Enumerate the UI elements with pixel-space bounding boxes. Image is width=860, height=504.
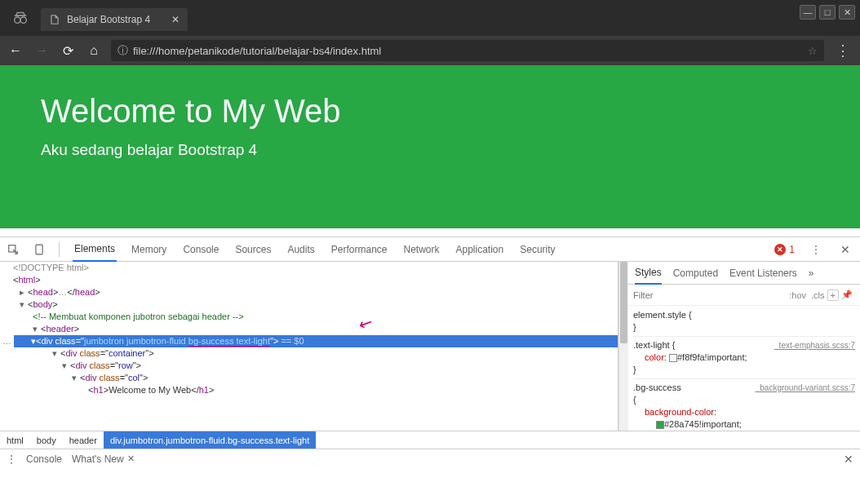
- browser-tab[interactable]: Belajar Bootstrap 4 ✕: [41, 8, 188, 31]
- maximize-button[interactable]: □: [819, 5, 836, 20]
- dom-comment[interactable]: <!-- Membuat komponen jubotron sebagai h…: [0, 311, 618, 323]
- page-heading: Welcome to My Web: [41, 93, 819, 130]
- dom-h1[interactable]: <h1>Welcome to My Web</h1>: [0, 384, 618, 396]
- error-badge-icon: ✕: [774, 244, 786, 255]
- styles-tab-more[interactable]: »: [809, 262, 814, 285]
- tab-memory[interactable]: Memory: [130, 237, 168, 262]
- tab-performance[interactable]: Performance: [330, 237, 389, 262]
- hov-toggle[interactable]: :hov: [787, 290, 809, 300]
- drawer-tab-whatsnew[interactable]: What's New ✕: [72, 453, 135, 465]
- collapse-arrow-icon[interactable]: ▾: [62, 360, 70, 372]
- dom-row[interactable]: ▾<div class="row">: [0, 360, 618, 372]
- tab-security[interactable]: Security: [518, 237, 556, 262]
- error-indicator[interactable]: ✕1: [774, 244, 795, 255]
- dom-head[interactable]: ▸<head>…</head>: [0, 286, 618, 298]
- page-subheading: Aku sedang belajar Bootstrap 4: [41, 141, 819, 159]
- scrollbar-thumb[interactable]: [620, 262, 627, 343]
- collapse-arrow-icon[interactable]: ▾: [20, 298, 28, 311]
- styles-panel: Styles Computed Event Listeners » :hov .…: [628, 262, 860, 431]
- styles-tab-events[interactable]: Event Listeners: [729, 262, 797, 285]
- styles-filter-input[interactable]: [633, 290, 787, 300]
- devtools-menu-button[interactable]: ⋮: [808, 244, 824, 255]
- tab-title: Belajar Bootstrap 4: [67, 14, 150, 25]
- error-count: 1: [789, 244, 795, 255]
- back-button[interactable]: ←: [7, 42, 24, 60]
- dom-doctype[interactable]: <!DOCTYPE html>: [0, 262, 618, 274]
- devtools: Elements Memory Console Sources Audits P…: [0, 237, 860, 468]
- dom-header-open[interactable]: ▾<header>: [0, 323, 618, 335]
- styles-tab-styles[interactable]: Styles: [635, 262, 662, 285]
- window-titlebar: Belajar Bootstrap 4 ✕ — □ ✕: [0, 0, 860, 36]
- pin-icon[interactable]: 📌: [839, 290, 855, 300]
- incognito-icon: [0, 0, 41, 26]
- tab-network[interactable]: Network: [402, 237, 441, 262]
- device-toggle-icon[interactable]: [33, 243, 46, 256]
- dom-container[interactable]: ▾<div class="container">: [0, 347, 618, 360]
- new-rule-button[interactable]: +: [827, 290, 839, 301]
- drawer-menu-button[interactable]: ⋮: [7, 453, 16, 465]
- rule-element-style[interactable]: element.style {}: [633, 309, 855, 337]
- tab-audits[interactable]: Audits: [286, 237, 316, 262]
- styles-filter-row: :hov .cls + 📌: [628, 285, 860, 306]
- tab-sources[interactable]: Sources: [233, 237, 273, 262]
- tab-console[interactable]: Console: [181, 237, 220, 262]
- minimize-button[interactable]: —: [800, 5, 816, 20]
- page-icon: [49, 14, 60, 25]
- crumb-body[interactable]: body: [30, 431, 63, 449]
- tab-close-icon[interactable]: ✕: [171, 14, 180, 25]
- cls-toggle[interactable]: .cls: [809, 290, 827, 300]
- rule-text-light[interactable]: _text-emphasis.scss:7 .text-light { colo…: [633, 339, 855, 379]
- tab-application[interactable]: Application: [454, 237, 506, 262]
- drawer-close-button[interactable]: ✕: [844, 453, 853, 466]
- bookmark-star-icon[interactable]: ☆: [808, 45, 818, 57]
- close-icon[interactable]: ✕: [127, 453, 135, 464]
- svg-point-0: [15, 17, 20, 23]
- devtools-drawer: ⋮ Console What's New ✕ ✕: [0, 449, 860, 468]
- rule-source-link[interactable]: _background-variant.scss:7: [756, 382, 855, 394]
- dom-tree[interactable]: <!DOCTYPE html> <html> ▸<head>…</head> ▾…: [0, 262, 618, 431]
- collapse-arrow-icon[interactable]: ▾: [31, 336, 36, 346]
- rule-source-link[interactable]: _text-emphasis.scss:7: [774, 339, 855, 351]
- jumbotron: Welcome to My Web Aku sedang belajar Boo…: [0, 65, 860, 228]
- svg-point-1: [20, 17, 26, 23]
- devtools-close-button[interactable]: ✕: [837, 243, 853, 256]
- collapse-arrow-icon[interactable]: ▾: [72, 372, 80, 384]
- styles-tab-computed[interactable]: Computed: [673, 262, 718, 285]
- expand-arrow-icon[interactable]: ▸: [20, 286, 28, 298]
- forward-button[interactable]: →: [33, 42, 51, 60]
- tab-elements[interactable]: Elements: [73, 237, 117, 262]
- dom-selected-element[interactable]: …▾<div class="jumbotron jumbotron-fluid …: [0, 335, 618, 347]
- dom-html-open[interactable]: <html>: [0, 274, 618, 286]
- dom-breadcrumb: html body header div.jumbotron.jumbotron…: [0, 431, 860, 449]
- styles-tabbar: Styles Computed Event Listeners »: [628, 262, 860, 285]
- browser-menu-button[interactable]: ⋮: [832, 42, 853, 60]
- css-rules[interactable]: element.style {} _text-emphasis.scss:7 .…: [628, 306, 860, 431]
- dom-scrollbar[interactable]: [618, 262, 628, 431]
- home-button[interactable]: ⌂: [85, 42, 103, 60]
- url-text: file:///home/petanikode/tutorial/belajar…: [133, 45, 381, 57]
- window-controls: — □ ✕: [800, 5, 855, 20]
- drawer-tab-console[interactable]: Console: [26, 453, 62, 465]
- color-swatch-icon[interactable]: [656, 421, 664, 429]
- collapse-arrow-icon[interactable]: ▾: [33, 323, 41, 335]
- reload-button[interactable]: ⟳: [59, 42, 77, 60]
- info-icon[interactable]: ⓘ: [117, 43, 128, 58]
- crumb-html[interactable]: html: [0, 431, 30, 449]
- address-bar[interactable]: ⓘ file:///home/petanikode/tutorial/belaj…: [111, 40, 824, 61]
- browser-toolbar: ← → ⟳ ⌂ ⓘ file:///home/petanikode/tutori…: [0, 36, 860, 65]
- crumb-header[interactable]: header: [63, 431, 104, 449]
- collapse-arrow-icon[interactable]: ▾: [52, 347, 60, 360]
- page-viewport: Welcome to My Web Aku sedang belajar Boo…: [0, 65, 860, 237]
- close-window-button[interactable]: ✕: [839, 5, 855, 20]
- rule-bg-success[interactable]: _background-variant.scss:7 .bg-success{ …: [633, 382, 855, 431]
- inspect-icon[interactable]: [7, 243, 20, 256]
- dom-body-open[interactable]: ▾<body>: [0, 298, 618, 311]
- dom-col[interactable]: ▾<div class="col">: [0, 372, 618, 384]
- svg-rect-3: [36, 245, 42, 254]
- crumb-selected[interactable]: div.jumbotron.jumbotron-fluid.bg-success…: [104, 431, 316, 449]
- devtools-tabbar: Elements Memory Console Sources Audits P…: [0, 237, 860, 262]
- color-swatch-icon[interactable]: [669, 354, 677, 362]
